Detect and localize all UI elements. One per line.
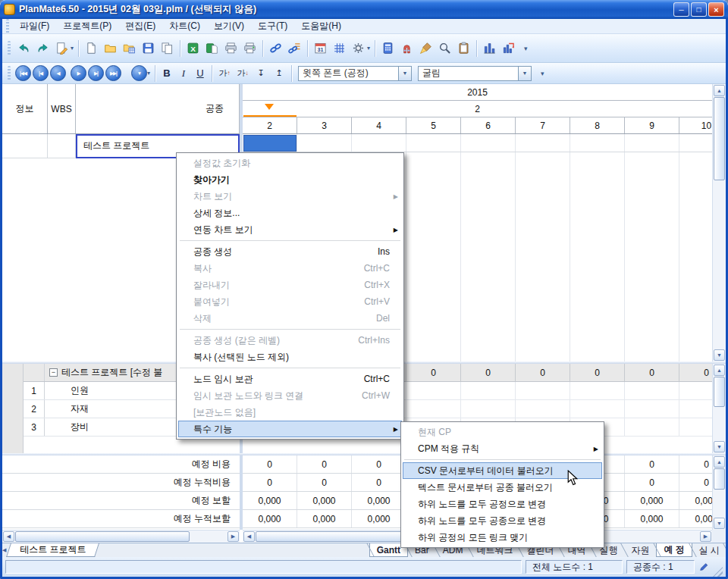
- day-header-cell[interactable]: 9: [625, 117, 679, 133]
- chart-column[interactable]: [406, 134, 461, 361]
- plan-value-cell[interactable]: 0: [243, 455, 297, 473]
- nav-next-icon[interactable]: ▶|: [88, 65, 104, 81]
- upper-font-combo[interactable]: 윗쪽 폰트 (공정) ▼: [298, 66, 412, 81]
- scroll-left-icon[interactable]: ◀: [243, 531, 255, 542]
- plan-value-cell[interactable]: 0,000: [297, 510, 352, 527]
- scroll-right-icon[interactable]: ▶: [228, 531, 239, 542]
- resource-value-cell[interactable]: [679, 382, 712, 399]
- toolbar-overflow-icon[interactable]: ▾: [524, 45, 528, 52]
- plan-value-cell[interactable]: 0,000: [243, 492, 297, 509]
- align-bottom-icon[interactable]: ↧: [252, 66, 270, 81]
- dropdown-arrow-icon[interactable]: ▾: [367, 45, 370, 52]
- toolbar-grip[interactable]: [8, 41, 11, 56]
- vertical-scrollbar[interactable]: ▲ ▼: [712, 84, 726, 361]
- link-icon[interactable]: [266, 39, 285, 58]
- menu-edit[interactable]: 편집(E): [118, 20, 162, 33]
- day-header-cell[interactable]: 4: [352, 117, 406, 133]
- menu-store-node-temp[interactable]: 노드 임시 보관Ctrl+C: [178, 371, 402, 387]
- italic-button[interactable]: I: [175, 66, 192, 81]
- plan-value-cell[interactable]: 0: [679, 455, 712, 473]
- bold-button[interactable]: B: [158, 66, 175, 81]
- scroll-down-icon[interactable]: ▼: [714, 441, 725, 452]
- resource-value-cell[interactable]: [461, 382, 516, 399]
- resource-value-cell[interactable]: [570, 400, 625, 418]
- undo-icon[interactable]: [14, 39, 33, 58]
- column-header-wbs[interactable]: WBS: [48, 84, 76, 133]
- clipboard-icon[interactable]: [454, 39, 473, 58]
- scrollbar-thumb[interactable]: [714, 97, 725, 180]
- menu-chart[interactable]: 차트(C): [162, 20, 207, 33]
- scrollbar-thumb[interactable]: [15, 531, 190, 542]
- plan-value-cell[interactable]: 0,000: [243, 510, 297, 527]
- open-project-icon[interactable]: [120, 39, 139, 58]
- plan-value-cell[interactable]: 0,000: [352, 510, 406, 527]
- menu-children-to-task[interactable]: 하위 노드를 모두 공종으로 변경: [403, 512, 602, 529]
- resource-value-cell[interactable]: [679, 400, 712, 418]
- plan-value-cell[interactable]: 0: [297, 474, 352, 491]
- tree-collapse-icon[interactable]: −: [49, 368, 58, 377]
- plan-value-cell[interactable]: 0,000: [352, 492, 406, 509]
- menu-navigate-to[interactable]: 찾아가기: [178, 171, 402, 188]
- resource-value-cell[interactable]: [406, 400, 461, 418]
- menu-children-to-process[interactable]: 하위 노드를 모두 공정으로 변경: [403, 496, 602, 512]
- summary-value-cell[interactable]: 0: [625, 364, 679, 381]
- scroll-up-icon[interactable]: ▲: [714, 365, 725, 376]
- selected-day-cell[interactable]: [243, 135, 297, 152]
- day-header-cell[interactable]: 6: [461, 117, 516, 133]
- plan-value-cell[interactable]: 0: [352, 474, 406, 491]
- plan-value-cell[interactable]: 0,000: [679, 492, 712, 509]
- nav-forward-icon[interactable]: ▶: [71, 65, 86, 81]
- scrollbar-thumb[interactable]: [714, 377, 725, 407]
- toolbar-grip[interactable]: [6, 19, 9, 34]
- resource-value-cell[interactable]: [461, 400, 516, 418]
- menu-linked-chart[interactable]: 연동 차트 보기▶: [178, 221, 402, 238]
- copy-doc-icon[interactable]: [158, 39, 177, 58]
- menu-cpm-rules[interactable]: CPM 적용 규칙▶: [403, 440, 602, 457]
- tab-planned[interactable]: 예 정: [656, 543, 692, 557]
- scroll-up-icon[interactable]: ▲: [714, 85, 725, 96]
- day-header-cell[interactable]: 2: [243, 117, 297, 133]
- dropdown-arrow-icon[interactable]: ▾: [71, 45, 74, 52]
- scrollbar-thumb[interactable]: [256, 531, 415, 542]
- summary-value-cell[interactable]: 0: [406, 364, 461, 381]
- chart-column[interactable]: [461, 134, 516, 361]
- redo-icon[interactable]: [33, 39, 52, 58]
- close-button[interactable]: ×: [708, 2, 724, 17]
- day-header-cell[interactable]: 3: [297, 117, 352, 133]
- calculator-icon[interactable]: [378, 39, 397, 58]
- summary-value-cell[interactable]: 0: [570, 364, 625, 381]
- horizontal-scrollbar[interactable]: ◀ ▶: [2, 530, 240, 543]
- menu-link-all-processes[interactable]: 하위 공정의 모든 링크 맺기: [403, 529, 602, 546]
- align-top-icon[interactable]: ↥: [270, 66, 288, 81]
- print-icon[interactable]: [221, 39, 240, 58]
- scroll-left-icon[interactable]: ◀: [3, 531, 14, 542]
- app-icon[interactable]: [4, 4, 15, 15]
- menu-project[interactable]: 프로젝트(P): [56, 20, 118, 33]
- search-icon[interactable]: [435, 39, 454, 58]
- font-name-combo[interactable]: 굴림 ▼: [418, 66, 532, 81]
- font-decrease-icon[interactable]: 가↓: [234, 66, 252, 81]
- resource-value-cell[interactable]: [516, 382, 570, 399]
- column-header-task[interactable]: 공종: [76, 84, 240, 133]
- menu-create-task[interactable]: 공종 생성Ins: [178, 243, 402, 260]
- combo-dropdown-icon[interactable]: ▼: [518, 67, 531, 80]
- edit-node-icon[interactable]: [52, 39, 71, 58]
- plan-value-cell[interactable]: 0: [297, 455, 352, 473]
- excel-export-icon[interactable]: [202, 39, 221, 58]
- save-icon[interactable]: [139, 39, 158, 58]
- plan-value-cell[interactable]: 0: [625, 455, 679, 473]
- day-header-cell[interactable]: 8: [570, 117, 625, 133]
- resource-value-cell[interactable]: [679, 418, 712, 436]
- vertical-scrollbar[interactable]: ▲ ▼: [712, 455, 726, 530]
- plan-value-cell[interactable]: 0,000: [625, 510, 679, 527]
- settings-icon[interactable]: [349, 39, 368, 58]
- font-increase-icon[interactable]: 가↑: [215, 66, 234, 81]
- vertical-scrollbar[interactable]: ▲ ▼: [712, 364, 726, 453]
- plan-value-cell[interactable]: 0,000: [625, 492, 679, 509]
- resize-grip[interactable]: [713, 567, 723, 577]
- menu-tools[interactable]: 도구(T): [251, 20, 294, 33]
- toolbar-overflow-icon[interactable]: ▾: [541, 70, 544, 77]
- resource-value-cell[interactable]: [516, 400, 570, 418]
- scroll-down-icon[interactable]: ▼: [714, 518, 725, 529]
- sheet-tab-project[interactable]: 테스트 프로젝트: [6, 543, 99, 557]
